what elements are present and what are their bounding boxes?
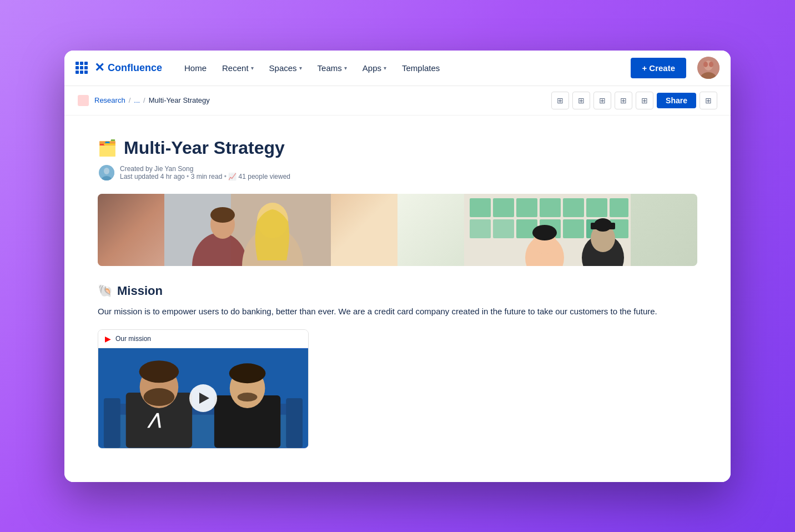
breadcrumb-sep-2: / [143, 96, 145, 104]
top-navigation: ✕ Confluence Home Recent ▾ Spaces ▾ Team… [64, 51, 731, 86]
svg-rect-27 [563, 219, 584, 238]
author-avatar [99, 165, 114, 180]
nav-templates[interactable]: Templates [395, 59, 446, 77]
breadcrumb-sep-1: / [129, 96, 131, 104]
nav-spaces[interactable]: Spaces ▾ [263, 59, 309, 77]
confluence-logo[interactable]: ✕ Confluence [94, 61, 162, 75]
youtube-icon: ▶ [105, 334, 111, 343]
browser-window: ✕ Confluence Home Recent ▾ Spaces ▾ Team… [64, 51, 731, 482]
create-button[interactable]: + Create [631, 58, 686, 78]
breadcrumb-ellipsis[interactable]: ... [134, 96, 140, 104]
video-thumbnail[interactable]: ⋀ [98, 348, 308, 448]
hero-image-right [398, 194, 697, 266]
hero-images [98, 194, 697, 266]
mission-body: Our mission is to empower users to do ba… [98, 305, 697, 318]
confluence-logo-text: Confluence [108, 62, 162, 74]
viewers-icon: 📈 [228, 173, 238, 180]
svg-rect-24 [493, 219, 514, 238]
apps-chevron-icon: ▾ [384, 65, 386, 71]
mission-section: 🐚 Mission Our mission is to empower user… [98, 284, 697, 449]
page-title-row: 🗂️ Multi-Year Strategy [98, 138, 697, 158]
breadcrumb-research[interactable]: Research [94, 96, 125, 104]
video-card: ▶ Our mission [98, 329, 309, 449]
svg-rect-23 [470, 219, 491, 238]
nav-apps[interactable]: Apps ▾ [356, 59, 393, 77]
page-title: Multi-Year Strategy [124, 138, 285, 158]
breadcrumb: Research / ... / Multi-Year Strategy [78, 95, 210, 106]
spaces-chevron-icon: ▾ [299, 65, 302, 71]
nav-recent[interactable]: Recent ▾ [215, 59, 260, 77]
nav-home[interactable]: Home [178, 59, 213, 77]
toolbar-icon-4[interactable]: ⊞ [615, 92, 632, 109]
video-play-button[interactable] [189, 384, 217, 412]
svg-point-45 [144, 388, 175, 406]
recent-chevron-icon: ▾ [251, 65, 254, 71]
svg-point-3 [703, 62, 708, 67]
teams-chevron-icon: ▾ [344, 65, 347, 71]
space-icon [78, 95, 89, 106]
svg-point-44 [139, 360, 179, 383]
mission-emoji: 🐚 [98, 284, 113, 298]
toolbar-icon-6[interactable]: ⊞ [700, 92, 717, 109]
svg-rect-21 [586, 198, 607, 217]
page-title-emoji: 🗂️ [98, 139, 117, 157]
nav-items: Home Recent ▾ Spaces ▾ Teams ▾ Apps ▾ Te… [178, 59, 446, 77]
breadcrumb-bar: Research / ... / Multi-Year Strategy ⊞ ⊞… [64, 86, 731, 116]
toolbar-icon-1[interactable]: ⊞ [551, 92, 569, 109]
svg-point-36 [594, 218, 612, 232]
svg-point-50 [238, 393, 258, 401]
toolbar-icons: ⊞ ⊞ ⊞ ⊞ ⊞ Share ⊞ [551, 92, 717, 109]
user-avatar[interactable] [697, 57, 719, 79]
content-area: 🗂️ Multi-Year Strategy Created by Jie Ya… [64, 116, 731, 482]
svg-rect-19 [540, 198, 561, 217]
meta-row: Created by Jie Yan Song Last updated 4 h… [98, 165, 697, 180]
svg-point-4 [709, 62, 713, 67]
hero-image-left [98, 194, 398, 266]
svg-point-49 [229, 363, 266, 383]
confluence-logo-icon: ✕ [94, 61, 104, 75]
avatar-image [697, 57, 719, 79]
svg-point-32 [532, 225, 557, 240]
apps-grid-icon[interactable] [76, 62, 88, 74]
svg-rect-40 [104, 398, 120, 448]
svg-rect-41 [286, 398, 303, 448]
svg-rect-17 [493, 198, 514, 217]
toolbar-icon-2[interactable]: ⊞ [572, 92, 590, 109]
share-button[interactable]: Share [657, 93, 696, 108]
meta-text: Created by Jie Yan Song Last updated 4 h… [120, 165, 290, 180]
breadcrumb-current: Multi-Year Strategy [149, 96, 210, 104]
svg-rect-18 [516, 198, 537, 217]
svg-text:⋀: ⋀ [147, 410, 161, 428]
svg-rect-22 [610, 198, 628, 217]
video-label-bar: ▶ Our mission [98, 330, 308, 348]
nav-teams[interactable]: Teams ▾ [311, 59, 354, 77]
section-title: 🐚 Mission [98, 284, 697, 298]
svg-rect-20 [563, 198, 584, 217]
toolbar-icon-3[interactable]: ⊞ [593, 92, 611, 109]
toolbar-icon-5[interactable]: ⊞ [636, 92, 653, 109]
svg-point-6 [104, 168, 109, 174]
svg-rect-16 [470, 198, 491, 217]
play-triangle-icon [199, 393, 209, 404]
video-label: Our mission [115, 335, 151, 343]
svg-point-12 [210, 207, 235, 223]
